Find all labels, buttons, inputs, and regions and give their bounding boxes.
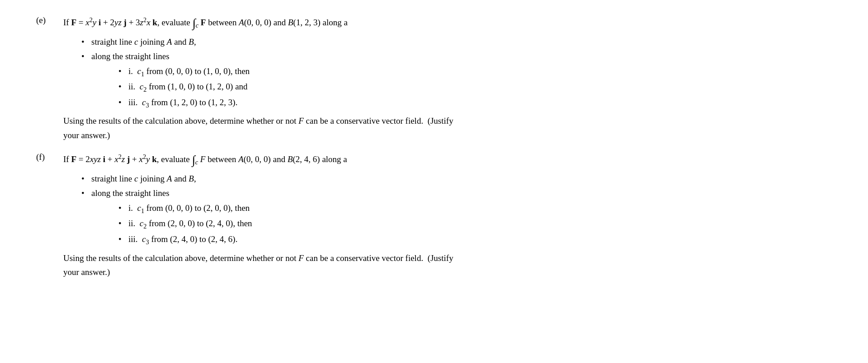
- problem-f-sub-3-c: c: [142, 234, 146, 244]
- problem-f-conclusion: Using the results of the calculation abo…: [63, 251, 832, 279]
- bold-F-e: F: [71, 18, 76, 27]
- problem-f-sub-list: i. c1 from (0, 0, 0) to (2, 0, 0), then …: [118, 201, 832, 247]
- problem-f-bullet-2: along the straight lines i. c1 from (0, …: [81, 186, 832, 247]
- problem-e-sub-item-1: i. c1 from (0, 0, 0) to (1, 0, 0), then: [118, 65, 832, 79]
- problem-e-label-text: (e): [36, 15, 46, 25]
- problem-f-row: (f) If F = 2xyz i + x2z j + x2y k, evalu…: [36, 150, 832, 283]
- problem-f-bullet-list: straight line c joining A and B, along t…: [81, 172, 832, 247]
- bold-F-f: F: [71, 154, 76, 164]
- problem-e-sub-list: i. c1 from (0, 0, 0) to (1, 0, 0), then …: [118, 65, 832, 111]
- problem-e-bullet-list: straight line c joining A and B, along t…: [81, 35, 832, 111]
- problem-f-content: If F = 2xyz i + x2z j + x2y k, evaluate …: [63, 150, 832, 283]
- problem-f-sub-3-label: iii.: [128, 234, 142, 244]
- problem-e-sub-item-3: iii. c3 from (1, 2, 0) to (1, 2, 3).: [118, 96, 832, 111]
- problem-f-sub-item-1: i. c1 from (0, 0, 0) to (2, 0, 0), then: [118, 201, 832, 216]
- problem-e-row: (e) If F = x2y i + 2yz j + 3z2x k, evalu…: [36, 14, 832, 146]
- problem-f-label-text: (f): [36, 152, 45, 162]
- problem-e: (e) If F = x2y i + 2yz j + 3z2x k, evalu…: [36, 14, 832, 146]
- problem-e-sub-item-2: ii. c2 from (1, 0, 0) to (1, 2, 0) and: [118, 80, 832, 95]
- problem-e-sub-2-label: ii.: [128, 82, 140, 91]
- problem-f-intro-line: If F = 2xyz i + x2z j + x2y k, evaluate …: [63, 150, 832, 170]
- problem-e-content: If F = x2y i + 2yz j + 3z2x k, evaluate …: [63, 14, 832, 146]
- problem-e-sub-3-c: c: [142, 98, 146, 107]
- problem-f-sub-1-label: i.: [128, 203, 137, 213]
- problem-f-sub-2-label: ii.: [128, 219, 140, 228]
- problem-f: (f) If F = 2xyz i + x2z j + x2y k, evalu…: [36, 150, 832, 283]
- problem-e-bullet-2: along the straight lines i. c1 from (0, …: [81, 50, 832, 110]
- problem-f-bullet-2-text: along the straight lines: [91, 188, 170, 198]
- problem-e-bullet-1-text: straight line c joining A and B,: [91, 37, 196, 47]
- problem-e-label: (e): [36, 14, 63, 27]
- problem-e-conclusion: Using the results of the calculation abo…: [63, 114, 832, 142]
- problem-e-bullet-2-text: along the straight lines: [91, 51, 170, 61]
- problem-e-sub-1-label: i.: [128, 66, 137, 76]
- problem-f-sub-item-3: iii. c3 from (2, 4, 0) to (2, 4, 6).: [118, 233, 832, 247]
- problem-f-label: (f): [36, 150, 63, 164]
- problem-e-bullet-1: straight line c joining A and B,: [81, 35, 832, 49]
- problem-f-sub-item-2: ii. c2 from (2, 0, 0) to (2, 4, 0), then: [118, 217, 832, 232]
- problem-f-bullet-1-text: straight line c joining A and B,: [91, 174, 196, 183]
- F-def-e: x: [85, 18, 89, 27]
- problem-e-sub-3-label: iii.: [128, 98, 142, 107]
- problem-e-sub-2-c: c: [140, 82, 143, 91]
- problem-e-sub-1-c: c: [137, 66, 141, 76]
- problem-f-sub-1-c: c: [137, 203, 141, 213]
- problem-e-intro-line: If F = x2y i + 2yz j + 3z2x k, evaluate …: [63, 14, 832, 33]
- problem-f-sub-2-c: c: [140, 219, 143, 228]
- problem-f-bullet-1: straight line c joining A and B,: [81, 172, 832, 186]
